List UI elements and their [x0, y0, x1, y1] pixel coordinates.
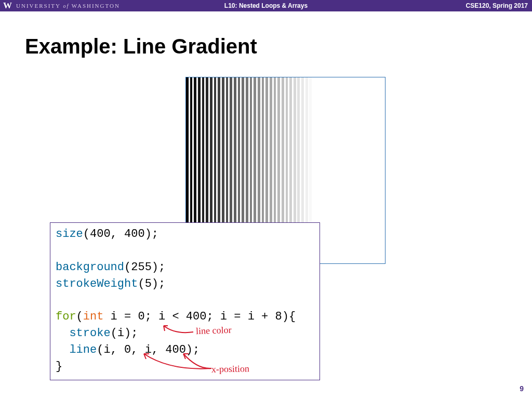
indent-7 [56, 327, 69, 340]
code-line-1: size(400, 400); [56, 226, 314, 243]
course-label: CSE120, Spring 2017 [466, 2, 528, 9]
code-block: size(400, 400); background(255); strokeW… [50, 222, 320, 380]
code-line-4: strokeWeight(5); [56, 276, 314, 292]
uni-of: of [61, 3, 72, 9]
university-name: UNIVERSITY of WASHINGTON [16, 3, 120, 9]
brace-close: } [56, 360, 62, 373]
uw-logo: W [3, 1, 12, 11]
gradient-line [353, 77, 356, 263]
args-stroke: (i); [111, 327, 138, 340]
gradient-line [337, 77, 340, 263]
code-blank-2 [56, 292, 314, 309]
arrow-line-color [159, 322, 201, 337]
code-line-3: background(255); [56, 259, 314, 276]
header-bar: W UNIVERSITY of WASHINGTON L10: Nested L… [0, 0, 532, 11]
kw-for: for [56, 310, 76, 323]
gradient-line [361, 77, 364, 263]
fn-line: line [69, 343, 97, 356]
gradient-line [325, 77, 328, 263]
lecture-title: L10: Nested Loops & Arrays [224, 2, 308, 9]
fn-stroke: stroke [69, 327, 110, 340]
fn-bg: background [56, 261, 124, 274]
args-size: (400, 400); [83, 228, 158, 241]
paren: ( [76, 310, 83, 323]
uni-pre: UNIVERSITY [16, 3, 61, 9]
kw-int: int [83, 310, 104, 323]
gradient-line [381, 77, 383, 263]
gradient-line [341, 77, 344, 263]
args-bg: (255); [124, 261, 165, 274]
gradient-line [357, 77, 360, 263]
gradient-line [373, 77, 376, 263]
gradient-line [329, 77, 332, 263]
gradient-line [349, 77, 352, 263]
uni-post: WASHINGTON [72, 3, 120, 9]
gradient-line [369, 77, 371, 263]
args-sw: (5); [138, 277, 165, 290]
page-number: 9 [520, 384, 524, 393]
gradient-line [333, 77, 336, 263]
fn-sw: strokeWeight [56, 277, 138, 290]
gradient-line [321, 77, 324, 263]
fn-size: size [56, 228, 83, 241]
arrow-xpos-2 [179, 348, 221, 371]
gradient-line [365, 77, 368, 263]
code-blank-1 [56, 243, 314, 259]
gradient-line [345, 77, 348, 263]
slide-title: Example: Line Gradient [25, 35, 532, 58]
indent-8 [56, 343, 69, 356]
gradient-line [377, 77, 380, 263]
